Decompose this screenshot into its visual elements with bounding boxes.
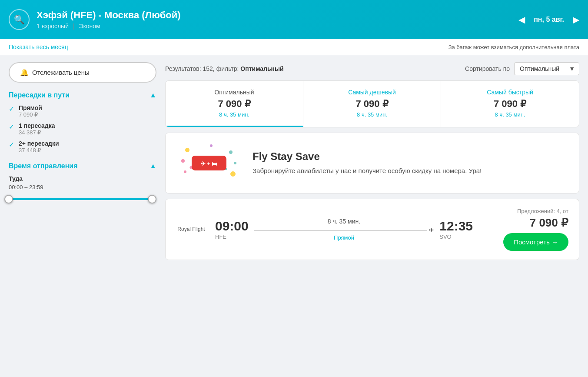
- filter-1stop-price: 34 387 ₽: [19, 129, 55, 136]
- tab-optimal[interactable]: Оптимальный 7 090 ₽ 8 ч. 35 мин.: [166, 81, 303, 127]
- departure-section: 09:00 HFE: [215, 219, 249, 240]
- connections-filter-header: Пересадки в пути ▲: [9, 91, 156, 99]
- filter-direct[interactable]: ✓ Прямой 7 090 ₽: [9, 104, 156, 118]
- tab-cheapest-price: 7 090 ₽: [312, 98, 432, 110]
- time-chevron-icon[interactable]: ▲: [149, 162, 156, 170]
- departure-time: 09:00: [215, 219, 249, 234]
- promo-text: Fly Stay Save Забронируйте авиабилеты у …: [252, 150, 482, 176]
- offers-text: Предложений: 4, от: [482, 208, 568, 214]
- bell-icon: 🔔: [20, 68, 29, 77]
- filter-direct-info: Прямой 7 090 ₽: [19, 104, 42, 118]
- svg-point-3: [230, 171, 236, 177]
- arrival-section: 12:35 SVO: [439, 219, 473, 240]
- filter-name: Оптимальный: [240, 65, 283, 72]
- flight-card: Royal Flight 09:00 HFE 8 ч. 35 мин. ✈ Пр…: [165, 199, 579, 260]
- slider-thumb-right[interactable]: [148, 195, 156, 204]
- plane-icon: ✈: [429, 227, 434, 234]
- promo-card: ✈ + 🛏 Fly Stay Save Забронируйте авиабил…: [165, 133, 579, 194]
- main-layout: 🔔 Отслеживать цены Пересадки в пути ▲ ✓ …: [0, 55, 588, 267]
- time-filter-title: Время отправления: [9, 162, 78, 170]
- results-count: Результатов: 152, фильтр:: [165, 65, 239, 72]
- filter-1-stop[interactable]: ✓ 1 пересадка 34 387 ₽: [9, 122, 156, 136]
- direct-label: Прямой: [254, 234, 435, 241]
- arrival-time: 12:35: [439, 219, 473, 234]
- filter-direct-price: 7 090 ₽: [19, 111, 42, 118]
- tab-fastest-title: Самый быстрый: [450, 89, 570, 96]
- passengers-label: 1 взрослый: [37, 23, 69, 30]
- filter-direct-label: Прямой: [19, 104, 42, 111]
- tab-optimal-price: 7 090 ₽: [174, 98, 294, 110]
- filter-1stop-label: 1 пересадка: [19, 122, 55, 129]
- header-left: 🔍 Хэфэй (HFE) - Москва (Любой) 1 взрослы…: [9, 9, 181, 30]
- flight-line-left: [254, 230, 428, 230]
- time-slider[interactable]: [9, 195, 156, 204]
- search-icon[interactable]: 🔍: [9, 9, 30, 30]
- view-button[interactable]: Посмотреть →: [503, 233, 568, 251]
- route-title: Хэфэй (HFE) - Москва (Любой): [37, 10, 181, 21]
- svg-point-4: [210, 144, 213, 147]
- header-sub: 1 взрослый | Эконом: [37, 23, 181, 30]
- content-area: Результатов: 152, фильтр: Оптимальный Со…: [165, 62, 579, 260]
- filter-2stops-label: 2+ пересадки: [19, 140, 59, 147]
- current-date: пн, 5 авг.: [534, 16, 564, 23]
- track-prices-label: Отслеживать цены: [32, 69, 90, 76]
- sort-label: Сортировать по: [465, 65, 510, 72]
- flight-price-section: Предложений: 4, от 7 090 ₽ Посмотреть →: [482, 208, 568, 251]
- flight-duration: 8 ч. 35 мин.: [254, 218, 435, 225]
- price-tabs-card: Оптимальный 7 090 ₽ 8 ч. 35 мин. Самый д…: [165, 80, 579, 127]
- time-range-label: 00:00 – 23:59: [9, 184, 156, 190]
- airline-name: Royal Flight: [176, 226, 206, 233]
- header: 🔍 Хэфэй (HFE) - Москва (Любой) 1 взрослы…: [0, 0, 588, 39]
- flight-times: 09:00 HFE 8 ч. 35 мин. ✈ Прямой 12:35 SV…: [215, 218, 473, 241]
- promo-svg: ✈ + 🛏: [179, 143, 239, 183]
- arrival-airport: SVO: [439, 234, 473, 240]
- filter-2stops-price: 37 448 ₽: [19, 147, 59, 153]
- tab-cheapest[interactable]: Самый дешевый 7 090 ₽ 8 ч. 35 мин.: [303, 81, 441, 127]
- time-filter-header: Время отправления ▲: [9, 162, 156, 170]
- sort-select-wrapper: Оптимальный ▼: [514, 62, 579, 75]
- connections-filter: Пересадки в пути ▲ ✓ Прямой 7 090 ₽ ✓ 1 …: [9, 91, 156, 153]
- tab-cheapest-title: Самый дешевый: [312, 89, 432, 96]
- svg-point-0: [185, 148, 189, 152]
- sort-right: Сортировать по Оптимальный ▼: [465, 62, 579, 75]
- promo-title: Fly Stay Save: [252, 150, 482, 163]
- class-label: Эконом: [79, 23, 100, 30]
- tab-optimal-title: Оптимальный: [174, 89, 294, 96]
- svg-point-1: [229, 150, 233, 154]
- departure-airport: HFE: [215, 234, 249, 240]
- prev-date-button[interactable]: ◀: [518, 14, 525, 25]
- slider-thumb-left[interactable]: [4, 195, 13, 204]
- header-right: ◀ пн, 5 авг. ▶: [518, 14, 579, 25]
- filter-1stop-info: 1 пересадка 34 387 ₽: [19, 122, 55, 136]
- sidebar: 🔔 Отслеживать цены Пересадки в пути ▲ ✓ …: [9, 62, 156, 212]
- baggage-notice: За багаж может взиматься дополнительная …: [448, 44, 579, 50]
- next-date-button[interactable]: ▶: [573, 14, 579, 25]
- svg-point-6: [181, 159, 185, 163]
- flight-price: 7 090 ₽: [482, 216, 568, 230]
- sort-select[interactable]: Оптимальный: [514, 62, 579, 75]
- filter-2stops-info: 2+ пересадки 37 448 ₽: [19, 140, 59, 153]
- connections-title: Пересадки в пути: [9, 91, 70, 99]
- time-filter: Время отправления ▲ Туда 00:00 – 23:59: [9, 162, 156, 204]
- check-2stops-icon: ✓: [9, 140, 14, 149]
- separator: |: [73, 23, 76, 30]
- results-text: Результатов: 152, фильтр: Оптимальный: [165, 65, 284, 72]
- promo-description: Забронируйте авиабилеты у нас и получите…: [252, 166, 482, 176]
- connections-chevron-icon[interactable]: ▲: [149, 91, 156, 99]
- tab-cheapest-time: 8 ч. 35 мин.: [312, 111, 432, 118]
- check-direct-icon: ✓: [9, 105, 14, 113]
- show-month-link[interactable]: Показать весь месяц: [9, 43, 68, 50]
- filter-2plus-stops[interactable]: ✓ 2+ пересадки 37 448 ₽: [9, 140, 156, 153]
- tab-fastest[interactable]: Самый быстрый 7 090 ₽ 8 ч. 35 мин.: [441, 81, 579, 127]
- svg-point-5: [234, 162, 236, 164]
- flight-line: ✈: [254, 227, 435, 234]
- price-tabs: Оптимальный 7 090 ₽ 8 ч. 35 мин. Самый д…: [166, 81, 579, 127]
- svg-text:✈ + 🛏: ✈ + 🛏: [201, 160, 218, 167]
- tab-optimal-time: 8 ч. 35 мин.: [174, 111, 294, 118]
- tab-fastest-time: 8 ч. 35 мин.: [450, 111, 570, 118]
- sort-bar: Результатов: 152, фильтр: Оптимальный Со…: [165, 62, 579, 75]
- promo-illustration: ✈ + 🛏: [179, 143, 239, 183]
- svg-point-2: [184, 170, 186, 173]
- header-info: Хэфэй (HFE) - Москва (Любой) 1 взрослый …: [37, 10, 181, 30]
- track-prices-button[interactable]: 🔔 Отслеживать цены: [9, 62, 156, 83]
